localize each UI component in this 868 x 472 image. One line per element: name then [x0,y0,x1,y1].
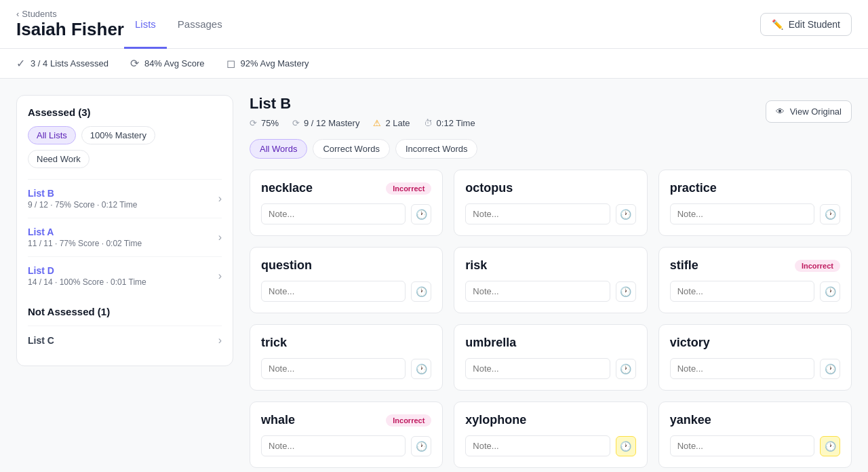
list-d-meta: 14 / 14 · 100% Score · 0:01 Time [28,277,146,287]
stat-lists-assessed: ✓ 3 / 4 Lists Assessed [16,57,108,70]
note-icon-necklace[interactable]: 🕐 [411,204,431,224]
breadcrumb[interactable]: ‹ Students [16,9,124,19]
list-a-meta: 11 / 11 · 77% Score · 0:02 Time [28,239,142,248]
chevron-left-icon: ‹ [16,9,19,19]
mastery-icon: ⟳ [292,118,300,128]
note-icon-xylophone[interactable]: 🕐 [616,436,636,456]
note-input-whale[interactable] [261,435,406,456]
tab-passages[interactable]: Passages [167,1,233,49]
word-text-trick: trick [261,336,287,350]
chip-incorrect-words[interactable]: Incorrect Words [395,139,478,159]
note-input-practice[interactable] [670,203,814,224]
word-text-umbrella: umbrella [465,336,516,350]
word-text-octopus: octopus [465,181,513,195]
word-card-yankee: yankee🕐 [658,401,852,468]
stat-avg-score: ⟳ 84% Avg Score [130,57,205,70]
late-icon: ⚠ [373,118,381,128]
breadcrumb-label: Students [22,9,56,19]
note-icon-practice[interactable]: 🕐 [820,204,840,224]
list-c-name: List C [28,335,54,346]
chip-100-mastery[interactable]: 100% Mastery [81,126,155,144]
word-card-victory: victory🕐 [658,324,852,391]
content-area: List B ⟳ 75% ⟳ 9 / 12 Mastery ⚠ 2 Late [250,95,852,468]
not-assessed-title: Not Assessed (1) [28,306,222,317]
word-card-trick: trick🕐 [250,324,443,391]
list-b-name: List B [28,188,137,199]
note-icon-victory[interactable]: 🕐 [820,359,840,379]
list-title: List B [250,95,475,113]
main-content: Assessed (3) All Lists 100% Mastery Need… [0,79,868,472]
note-icon-umbrella[interactable]: 🕐 [616,359,636,379]
score-icon: ⟳ [130,57,139,70]
note-icon-question[interactable]: 🕐 [411,281,431,302]
note-icon-whale[interactable]: 🕐 [411,436,431,456]
edit-student-button[interactable]: ✏️ Edit Student [760,13,852,36]
note-input-yankee[interactable] [670,435,814,456]
note-input-umbrella[interactable] [465,358,610,379]
edit-student-label: Edit Student [789,19,840,30]
content-header: List B ⟳ 75% ⟳ 9 / 12 Mastery ⚠ 2 Late [250,95,852,128]
arrow-icon: › [218,270,222,282]
note-input-xylophone[interactable] [465,435,610,456]
incorrect-badge-stifle: Incorrect [795,260,840,272]
stat-late: ⚠ 2 Late [373,118,410,128]
word-card-stifle: stifleIncorrect🕐 [658,247,852,313]
time-icon: ⏱ [424,118,433,128]
word-card-whale: whaleIncorrect🕐 [250,401,443,468]
score-icon: ⟳ [250,118,257,128]
chip-all-lists[interactable]: All Lists [28,126,76,144]
check-icon: ✓ [16,57,25,70]
note-icon-stifle[interactable]: 🕐 [820,281,840,302]
sidebar: Assessed (3) All Lists 100% Mastery Need… [16,95,233,468]
view-original-label: View Original [790,106,842,117]
sidebar-item-list-a[interactable]: List A 11 / 11 · 77% Score · 0:02 Time › [28,218,222,256]
word-card-necklace: necklaceIncorrect🕐 [250,170,443,236]
late-value: 2 Late [385,118,410,128]
note-input-risk[interactable] [465,281,610,302]
mastery-value: 9 / 12 Mastery [304,118,359,128]
list-b-meta: 9 / 12 · 75% Score · 0:12 Time [28,200,137,210]
tab-lists[interactable]: Lists [124,1,167,49]
chip-correct-words[interactable]: Correct Words [313,139,390,159]
word-card-xylophone: xylophone🕐 [454,401,647,468]
word-card-practice: practice🕐 [658,170,852,236]
time-value: 0:12 Time [437,118,475,128]
sidebar-item-list-b[interactable]: List B 9 / 12 · 75% Score · 0:12 Time › [28,179,222,218]
list-a-name: List A [28,227,142,237]
top-bar: ‹ Students Isaiah Fisher Lists Passages … [0,0,868,49]
word-card-umbrella: umbrella🕐 [454,324,647,391]
note-input-necklace[interactable] [261,203,406,224]
word-card-octopus: octopus🕐 [454,170,647,236]
word-filter-chips: All Words Correct Words Incorrect Words [250,139,852,159]
word-text-question: question [261,258,312,273]
word-text-risk: risk [465,258,487,273]
mastery-icon: ◻ [226,57,235,70]
note-icon-risk[interactable]: 🕐 [616,281,636,302]
note-input-victory[interactable] [670,358,814,379]
word-card-question: question🕐 [250,247,443,313]
stat-avg-mastery: ◻ 92% Avg Mastery [226,57,309,70]
view-original-button[interactable]: 👁 View Original [766,100,852,123]
chip-all-words[interactable]: All Words [250,139,307,159]
note-input-question[interactable] [261,281,406,302]
stat-mastery: ⟳ 9 / 12 Mastery [292,118,359,128]
avg-mastery-text: 92% Avg Mastery [241,58,309,68]
sidebar-card: Assessed (3) All Lists 100% Mastery Need… [16,95,233,366]
filter-chips: All Lists 100% Mastery Need Work [28,126,222,168]
student-name: Isaiah Fisher [16,19,124,40]
stats-bar: ✓ 3 / 4 Lists Assessed ⟳ 84% Avg Score ◻… [0,49,868,79]
avg-score-text: 84% Avg Score [144,58,205,68]
sidebar-item-list-c[interactable]: List C › [28,326,222,355]
word-text-practice: practice [670,181,717,195]
note-input-stifle[interactable] [670,281,814,302]
sidebar-item-list-d[interactable]: List D 14 / 14 · 100% Score · 0:01 Time … [28,256,222,295]
note-input-octopus[interactable] [465,203,610,224]
arrow-icon: › [218,334,222,347]
word-card-risk: risk🕐 [454,247,647,313]
note-icon-octopus[interactable]: 🕐 [616,204,636,224]
note-icon-trick[interactable]: 🕐 [411,359,431,379]
note-icon-yankee[interactable]: 🕐 [820,436,840,456]
chip-need-work[interactable]: Need Work [28,150,90,168]
word-text-yankee: yankee [670,413,711,427]
note-input-trick[interactable] [261,358,406,379]
